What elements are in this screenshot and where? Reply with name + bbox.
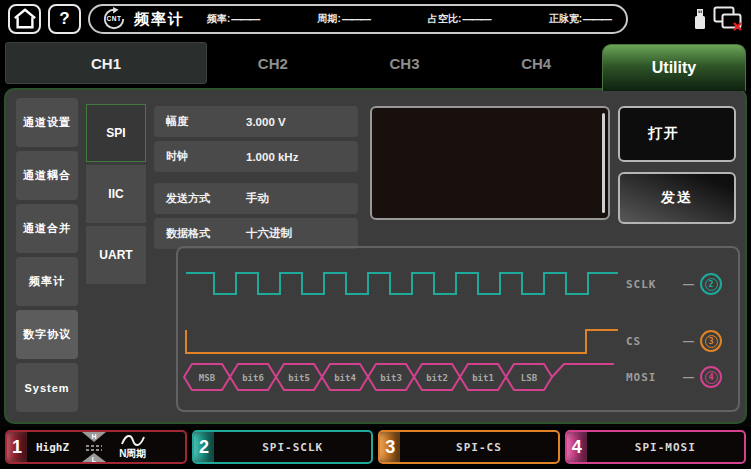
param-send-mode[interactable]: 发送方式 手动 [154, 183, 358, 214]
signal-generator-screen: ? CNT 频率计 频率: ——— 周期: ——— [0, 0, 751, 469]
high-low-level-icon: H L [80, 430, 108, 464]
send-button[interactable]: 发送 [618, 172, 736, 224]
tab-utility[interactable]: Utility [602, 44, 746, 91]
channel-3-signal: SPI-CS [400, 441, 557, 454]
svg-text:bit3: bit3 [380, 373, 402, 383]
sidebar-item-system[interactable]: System [16, 363, 78, 412]
channel-3-number: 3 [380, 432, 400, 462]
waveform-svg: MSBbit6bit5bit4bit3bit2bit1LSB [180, 249, 624, 409]
protocol-menu: SPI IIC UART [86, 104, 146, 284]
utility-panel: 通道设置 通道耦合 通道合并 频率计 数字协议 System SPI IIC U… [4, 88, 747, 424]
tab-ch4[interactable]: CH4 [470, 55, 602, 72]
sine-wave-icon [120, 434, 146, 447]
channel-1-config[interactable]: 1 HighZ H L N周期 [5, 430, 187, 464]
sidebar-item-channel-merge[interactable]: 通道合并 [16, 204, 78, 253]
svg-text:bit4: bit4 [334, 373, 356, 383]
usb-drive-icon [692, 6, 708, 32]
svg-text:bit6: bit6 [242, 373, 264, 383]
channel-2-badge: 2 [700, 273, 722, 295]
channel-1-number: 1 [7, 432, 27, 462]
param-amplitude[interactable]: 幅度 3.000 V [154, 106, 358, 137]
sidebar-item-channel-settings[interactable]: 通道设置 [16, 98, 78, 147]
channel-4-config[interactable]: 4 SPI-MOSI [565, 430, 746, 464]
tab-ch2[interactable]: CH2 [207, 55, 339, 72]
channel-tabs: CH1 CH2 CH3 CH4 Utility [0, 38, 751, 88]
tab-ch1[interactable]: CH1 [5, 42, 207, 84]
channel-4-number: 4 [567, 432, 587, 462]
svg-text:L: L [92, 456, 97, 463]
spi-parameters: 幅度 3.000 V 时钟 1.000 kHz 发送方式 手动 数据格式 十六进… [154, 106, 358, 253]
svg-text:H: H [92, 433, 97, 440]
channel-2-config[interactable]: 2 SPI-SCLK [192, 430, 373, 464]
signal-label-cs: CS — 3 [626, 329, 722, 353]
measurement-fields: 频率: ——— 周期: ——— 占空比: ——— 正脉宽: ——— [207, 12, 610, 26]
field-duty-cycle: 占空比: ——— [428, 12, 489, 26]
channel-3-config[interactable]: 3 SPI-CS [378, 430, 559, 464]
help-button[interactable]: ? [48, 4, 81, 34]
open-button[interactable]: 打开 [618, 106, 736, 162]
field-period: 周期: ——— [318, 12, 369, 26]
home-icon [12, 7, 38, 31]
svg-text:bit2: bit2 [426, 373, 448, 383]
field-frequency: 频率: ——— [207, 12, 258, 26]
protocol-item-uart[interactable]: UART [86, 226, 146, 284]
display-disconnected-icon [713, 6, 743, 32]
signal-label-sclk: SCLK — 2 [626, 272, 722, 296]
help-label: ? [59, 9, 69, 29]
param-data-format[interactable]: 数据格式 十六进制 [154, 218, 358, 249]
sidebar-item-channel-coupling[interactable]: 通道耦合 [16, 151, 78, 200]
top-bar: ? CNT 频率计 频率: ——— 周期: ——— [0, 0, 751, 38]
signal-label-mosi: MOSI — 4 [626, 365, 722, 389]
channel-4-badge: 4 [700, 366, 722, 388]
channel-2-number: 2 [194, 432, 214, 462]
sidebar-item-digital-protocol[interactable]: 数字协议 [16, 310, 78, 359]
channel-1-mode: N周期 [119, 447, 146, 461]
channel-3-badge: 3 [700, 330, 722, 352]
param-clock[interactable]: 时钟 1.000 kHz [154, 141, 358, 172]
cnt-label: CNT [102, 15, 126, 22]
channel-status-bar: 1 HighZ H L N周期 2 [0, 427, 751, 469]
field-positive-pulse-width: 正脉宽: ——— [549, 12, 610, 26]
waveform-panel: MSBbit6bit5bit4bit3bit2bit1LSB SCLK — 2 … [176, 246, 740, 412]
tab-ch3[interactable]: CH3 [339, 55, 471, 72]
protocol-item-iic[interactable]: IIC [86, 165, 146, 223]
svg-text:bit1: bit1 [472, 373, 494, 383]
svg-text:MSB: MSB [199, 373, 216, 383]
svg-text:LSB: LSB [521, 373, 538, 383]
utility-sidebar: 通道设置 通道耦合 通道合并 频率计 数字协议 System [16, 98, 78, 412]
status-icons [692, 6, 743, 32]
protocol-item-spi[interactable]: SPI [86, 104, 146, 162]
home-button[interactable] [8, 4, 41, 34]
sidebar-item-frequency-counter[interactable]: 频率计 [16, 257, 78, 306]
data-entry-display[interactable] [370, 106, 610, 220]
channel-2-signal: SPI-SCLK [214, 441, 371, 454]
channel-4-signal: SPI-MOSI [587, 441, 744, 454]
display-scrollbar[interactable] [602, 113, 605, 213]
svg-text:bit5: bit5 [288, 373, 310, 383]
channel-1-impedance: HighZ [36, 441, 69, 454]
frequency-counter-panel: CNT 频率计 频率: ——— 周期: ——— 占空比: ——— 正脉宽: [88, 4, 628, 34]
counter-cnt-icon: CNT [102, 7, 126, 31]
page-title: 频率计 [134, 10, 185, 29]
